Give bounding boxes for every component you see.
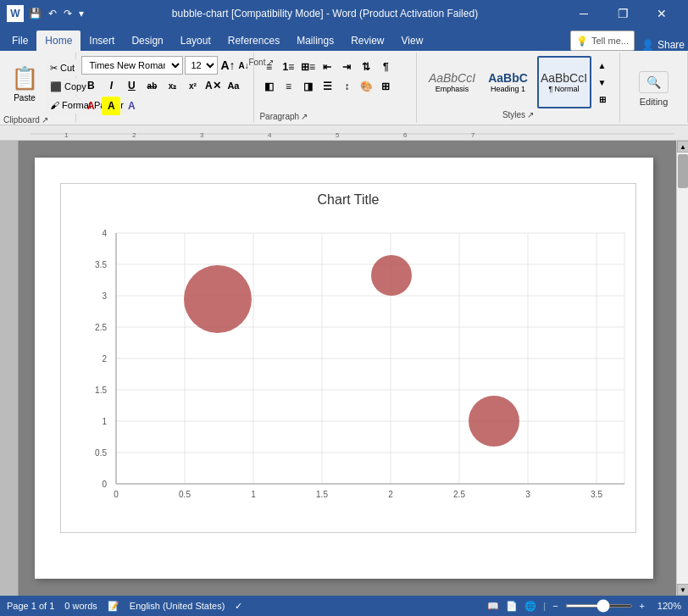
font-size-select[interactable]: 12 [185, 56, 218, 75]
share-btn[interactable]: 👤 Share [641, 39, 685, 51]
font-color-btn[interactable]: A [81, 97, 100, 115]
close-btn[interactable]: ✕ [642, 0, 681, 27]
styles-up-btn[interactable]: ▲ [593, 58, 612, 73]
customize-quick-btn[interactable]: ▾ [77, 6, 86, 21]
strikethrough-btn[interactable]: ab [142, 76, 161, 95]
svg-text:3.5: 3.5 [95, 260, 107, 269]
justify-btn[interactable]: ☰ [318, 77, 336, 96]
clipboard-expand-icon[interactable]: ↗ [42, 115, 48, 125]
line-spacing-btn[interactable]: ↕ [337, 77, 356, 96]
word-count: 0 words [64, 601, 97, 611]
chart-container[interactable]: Chart Title [60, 183, 636, 533]
proofing-icon[interactable]: 📝 [108, 601, 119, 612]
save-quick-btn[interactable]: 💾 [27, 6, 43, 21]
search-editing-btn[interactable]: 🔍 [639, 71, 669, 93]
styles-more-btn[interactable]: ⊞ [593, 92, 612, 107]
person-icon: 👤 [641, 39, 654, 51]
share-label: Share [657, 39, 685, 51]
highlight-btn[interactable]: A [102, 97, 120, 115]
normal-preview: AaBbCcI [541, 71, 587, 85]
language[interactable]: English (United States) [130, 601, 225, 611]
style-normal[interactable]: AaBbCcI ¶ Normal [537, 56, 591, 108]
change-case-btn[interactable]: Aa [224, 76, 242, 95]
track-changes-icon[interactable]: ✓ [235, 601, 242, 612]
restore-btn[interactable]: ❐ [603, 0, 642, 27]
align-right-btn[interactable]: ◨ [298, 77, 317, 96]
tab-mailings[interactable]: Mailings [288, 31, 342, 51]
tab-design[interactable]: Design [123, 31, 171, 51]
tab-view[interactable]: View [393, 31, 432, 51]
borders-btn[interactable]: ⊞ [376, 77, 395, 96]
zoom-level[interactable]: 120% [652, 601, 681, 611]
text-effects-btn[interactable]: A [122, 97, 141, 115]
vertical-scrollbar[interactable]: ▲ ▼ [676, 141, 688, 596]
svg-text:1.5: 1.5 [316, 490, 328, 499]
redo-quick-btn[interactable]: ↷ [62, 6, 74, 21]
ruler: 1 2 3 4 5 6 7 [0, 125, 688, 141]
window-title: bubble-chart [Compatibility Mode] - Word… [86, 8, 564, 19]
decrease-indent-btn[interactable]: ⇤ [318, 58, 336, 76]
tab-references[interactable]: References [219, 31, 288, 51]
tell-me-box[interactable]: 💡 Tell me... [570, 31, 635, 51]
paste-icon: 📋 [11, 65, 38, 92]
tab-file[interactable]: File [3, 31, 36, 51]
increase-indent-btn[interactable]: ⇥ [337, 58, 356, 76]
paste-label: Paste [14, 93, 36, 103]
italic-btn[interactable]: I [102, 76, 120, 95]
minimize-btn[interactable]: ─ [564, 0, 603, 27]
zoom-out-btn[interactable]: − [552, 601, 558, 611]
scroll-up-btn[interactable]: ▲ [677, 141, 688, 153]
document-page[interactable]: Chart Title [35, 158, 653, 579]
numbering-btn[interactable]: 1≡ [279, 58, 297, 76]
styles-expand-icon[interactable]: ↗ [527, 110, 534, 119]
tab-home[interactable]: Home [36, 31, 80, 51]
superscript-btn[interactable]: x² [183, 76, 202, 95]
svg-text:0: 0 [114, 490, 119, 499]
align-center-btn[interactable]: ≡ [279, 77, 297, 96]
multilevel-btn[interactable]: ⊞≡ [298, 58, 317, 76]
subscript-btn[interactable]: x₂ [163, 76, 181, 95]
sort-btn[interactable]: ⇅ [357, 58, 375, 76]
style-heading1[interactable]: AaBbC Heading 1 [481, 56, 535, 108]
svg-text:7: 7 [471, 131, 475, 139]
clear-format-btn[interactable]: A✕ [203, 76, 222, 95]
shading-btn[interactable]: 🎨 [357, 77, 375, 96]
font-name-select[interactable]: Times New Roman [81, 56, 183, 75]
tab-layout[interactable]: Layout [172, 31, 219, 51]
paste-btn[interactable]: 📋 Paste [3, 56, 46, 112]
svg-text:5: 5 [336, 131, 340, 139]
show-marks-btn[interactable]: ¶ [376, 58, 395, 76]
editing-label: Editing [640, 97, 669, 107]
bubble-1[interactable] [184, 265, 252, 333]
underline-btn[interactable]: U [122, 76, 141, 95]
view-web-btn[interactable]: 🌐 [524, 601, 536, 612]
chart-title: Chart Title [69, 192, 627, 208]
word-icon: W [7, 5, 24, 22]
tab-review[interactable]: Review [342, 31, 392, 51]
align-left-btn[interactable]: ◧ [259, 77, 278, 96]
paragraph-label: Paragraph ↗ [259, 112, 308, 121]
styles-down-btn[interactable]: ▼ [593, 75, 612, 90]
scroll-down-btn[interactable]: ▼ [677, 584, 688, 596]
grow-font-btn[interactable]: A↑ [219, 56, 236, 75]
para-expand-icon[interactable]: ↗ [301, 112, 308, 121]
bold-btn[interactable]: B [81, 76, 100, 95]
svg-text:2: 2 [388, 490, 393, 499]
bubble-2[interactable] [371, 255, 412, 296]
emphasis-label: Emphasis [436, 85, 469, 93]
heading1-label: Heading 1 [491, 85, 525, 93]
undo-quick-btn[interactable]: ↶ [47, 6, 58, 21]
svg-text:1: 1 [251, 490, 256, 499]
bubble-chart-svg[interactable]: 4 3.5 3 2.5 2 1.5 1 0.5 0 0 0.5 1 1.5 2 … [69, 216, 629, 521]
tab-insert[interactable]: Insert [80, 31, 123, 51]
zoom-in-btn[interactable]: + [640, 601, 645, 611]
bullets-btn[interactable]: ≡ [259, 58, 278, 76]
scroll-thumb[interactable] [678, 154, 688, 188]
bubble-3[interactable] [469, 396, 519, 447]
zoom-slider[interactable] [565, 604, 633, 608]
svg-text:1: 1 [102, 417, 107, 426]
view-read-btn[interactable]: 📖 [487, 601, 499, 612]
style-emphasis[interactable]: AaBbCcI Emphasis [425, 56, 480, 108]
title-bar: W 💾 ↶ ↷ ▾ bubble-chart [Compatibility Mo… [0, 0, 688, 27]
view-print-btn[interactable]: 📄 [506, 601, 518, 612]
